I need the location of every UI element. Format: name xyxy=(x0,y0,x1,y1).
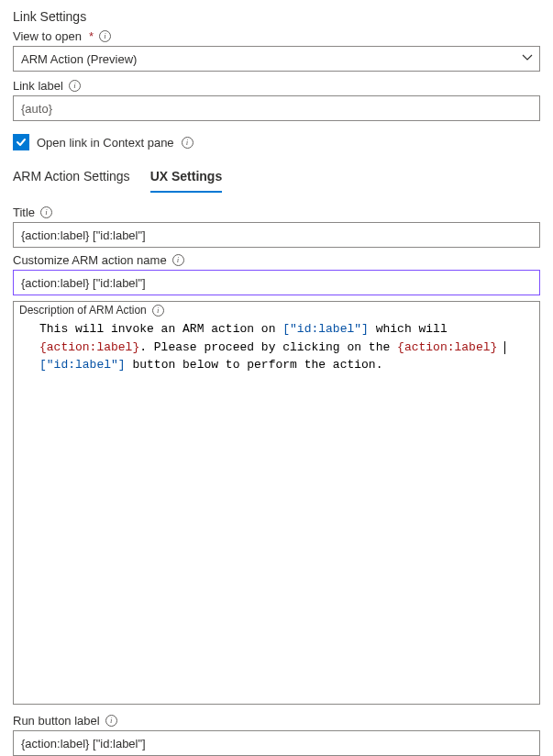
label-text: View to open xyxy=(13,29,82,43)
info-icon: i xyxy=(152,305,164,317)
description-body[interactable]: This will invoke an ARM action on ["id:l… xyxy=(14,318,539,704)
description-editor[interactable]: Description of ARM Action i This will in… xyxy=(13,301,540,705)
run-button-label-label: Run button label i xyxy=(13,714,540,728)
info-icon: i xyxy=(99,30,111,42)
open-context-label: Open link in Context pane xyxy=(37,136,174,150)
info-icon: i xyxy=(182,137,194,149)
title-label: Title i xyxy=(13,206,540,219)
section-title: Link Settings xyxy=(13,9,540,24)
label-text: Description of ARM Action xyxy=(19,304,147,317)
label-text: Run button label xyxy=(13,714,100,728)
link-label-input[interactable] xyxy=(13,95,540,121)
info-icon: i xyxy=(105,715,117,727)
open-context-checkbox[interactable] xyxy=(13,134,29,150)
info-icon: i xyxy=(172,254,184,266)
tab-ux-settings[interactable]: UX Settings xyxy=(150,163,223,193)
label-text: Title xyxy=(13,206,35,219)
customize-name-input[interactable] xyxy=(13,270,540,295)
view-to-open-label: View to open* i xyxy=(13,29,540,43)
customize-name-label: Customize ARM action name i xyxy=(13,253,540,267)
view-to-open-select[interactable]: ARM Action (Preview) xyxy=(13,46,540,72)
label-text: Customize ARM action name xyxy=(13,253,167,267)
tabs: ARM Action Settings UX Settings xyxy=(13,163,540,193)
info-icon: i xyxy=(40,206,52,218)
title-input[interactable] xyxy=(13,222,540,248)
required-asterisk: * xyxy=(89,29,94,43)
run-button-label-input[interactable] xyxy=(13,730,540,756)
tab-arm-action-settings[interactable]: ARM Action Settings xyxy=(13,163,130,193)
label-text: Link label xyxy=(13,79,63,93)
info-icon: i xyxy=(69,80,81,92)
description-label: Description of ARM Action i xyxy=(14,302,539,318)
link-label-label: Link label i xyxy=(13,79,540,93)
